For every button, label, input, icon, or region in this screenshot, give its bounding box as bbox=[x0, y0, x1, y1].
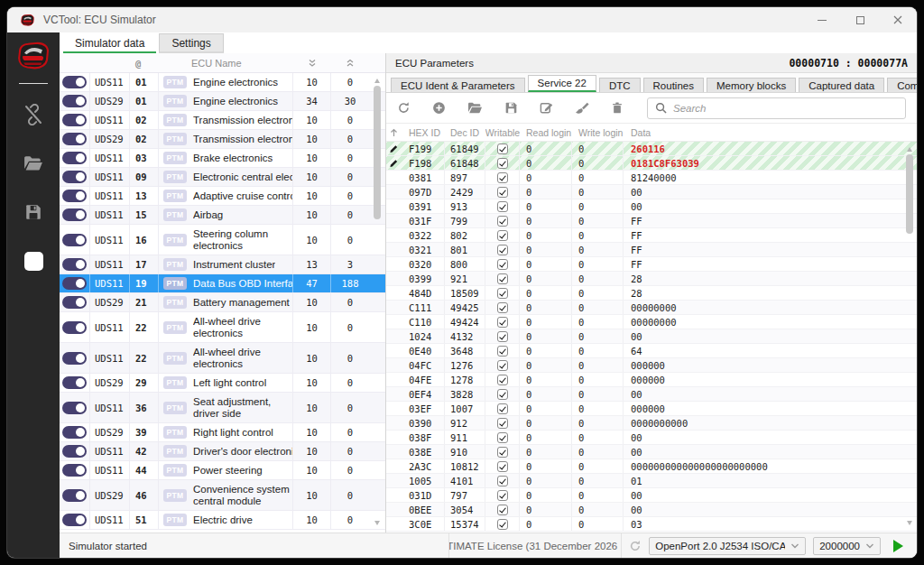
scrollbar-thumb[interactable] bbox=[374, 86, 381, 219]
param-row[interactable]: 102441320000 bbox=[386, 329, 917, 344]
search-input[interactable] bbox=[673, 103, 898, 114]
writable-checkbox[interactable] bbox=[497, 201, 508, 212]
add-parameter-button[interactable] bbox=[432, 101, 446, 115]
ecu-enable-toggle[interactable] bbox=[62, 258, 87, 271]
reload-license-icon[interactable] bbox=[629, 540, 642, 552]
ecu-row[interactable]: UDS1109PTMElectronic central electric100 bbox=[60, 168, 385, 187]
writable-checkbox[interactable] bbox=[497, 389, 508, 400]
ecu-row[interactable]: UDS2939PTMRight light control100 bbox=[60, 423, 385, 442]
writable-checkbox[interactable] bbox=[497, 187, 508, 198]
param-row[interactable]: 0BEE30540000 bbox=[386, 503, 917, 517]
ecu-row[interactable]: UDS2901PTMEngine electronics3430 bbox=[60, 92, 385, 111]
ecu-row[interactable]: UDS1119PTMData Bus OBD Interface47188 bbox=[60, 274, 385, 293]
ecu-row[interactable]: UDS2921PTMBattery management 2100 bbox=[60, 293, 385, 312]
ecu-name-column-header[interactable]: ECU Name bbox=[159, 53, 293, 72]
writable-checkbox[interactable] bbox=[497, 331, 508, 342]
ecu-row[interactable]: UDS2929PTMLeft light control100 bbox=[60, 374, 385, 393]
chevrons-up-icon[interactable] bbox=[331, 53, 369, 72]
delete-parameter-button[interactable] bbox=[611, 101, 624, 115]
writable-checkbox[interactable] bbox=[497, 403, 508, 414]
param-row[interactable]: 038F9110000 bbox=[386, 431, 917, 445]
param-row[interactable]: C111494250000000000 bbox=[386, 301, 917, 315]
data-column-header[interactable]: Data bbox=[624, 124, 904, 141]
param-row[interactable]: 03EF100700000000 bbox=[386, 402, 917, 416]
writable-checkbox[interactable] bbox=[497, 230, 508, 241]
minimize-button[interactable] bbox=[803, 7, 841, 32]
param-row[interactable]: 097D24290000 bbox=[386, 185, 917, 199]
ecu-row[interactable]: UDS1115PTMAirbag100 bbox=[60, 206, 385, 225]
writable-checkbox[interactable] bbox=[497, 273, 508, 284]
writable-checkbox[interactable] bbox=[497, 216, 508, 227]
params-scrollbar[interactable] bbox=[905, 147, 914, 525]
ecu-row[interactable]: UDS1117PTMInstrument cluster133 bbox=[60, 255, 385, 274]
ecu-enable-toggle[interactable] bbox=[62, 171, 87, 183]
maximize-button[interactable] bbox=[841, 7, 879, 32]
ecu-row[interactable]: UDS2946PTMConvenience system central mod… bbox=[60, 480, 385, 511]
tab-settings[interactable]: Settings bbox=[159, 33, 223, 53]
param-row[interactable]: 0390912000000000000 bbox=[386, 416, 917, 431]
tab-dtc[interactable]: DTC bbox=[599, 78, 641, 92]
ecu-row[interactable]: UDS1142PTMDriver's door electronics100 bbox=[60, 442, 385, 461]
param-row[interactable]: 2A3C1081200000000000000000000000000 bbox=[386, 459, 917, 474]
baudrate-select[interactable]: 2000000 bbox=[813, 537, 881, 555]
param-row[interactable]: 038E9100000 bbox=[386, 445, 917, 459]
ecu-enable-toggle[interactable] bbox=[62, 352, 87, 365]
clean-button[interactable] bbox=[575, 101, 589, 115]
ecu-enable-toggle[interactable] bbox=[62, 321, 87, 334]
open-parameters-button[interactable] bbox=[467, 101, 483, 115]
scroll-up-icon[interactable] bbox=[374, 79, 380, 83]
ecu-list-scrollbar[interactable] bbox=[373, 79, 382, 525]
ecu-row[interactable]: UDS2902PTMTransmission electronics100 bbox=[60, 130, 385, 149]
ecu-enable-toggle[interactable] bbox=[62, 208, 87, 221]
writable-checkbox[interactable] bbox=[497, 432, 508, 443]
writable-checkbox[interactable] bbox=[497, 375, 508, 385]
writable-checkbox[interactable] bbox=[497, 259, 508, 270]
ecu-row[interactable]: UDS1122PTMAll-wheel drive electronics100 bbox=[60, 312, 385, 343]
ecu-row[interactable]: UDS1144PTMPower steering100 bbox=[60, 461, 385, 480]
ecu-enable-toggle[interactable] bbox=[62, 76, 87, 88]
param-row[interactable]: 484D185090028 bbox=[386, 286, 917, 301]
ecu-row[interactable]: UDS1102PTMTransmission electronics100 bbox=[60, 111, 385, 130]
param-row[interactable]: 100541010001 bbox=[386, 474, 917, 488]
ecu-enable-toggle[interactable] bbox=[62, 114, 87, 126]
save-project-button[interactable] bbox=[19, 199, 48, 225]
ecu-enable-toggle[interactable] bbox=[62, 514, 87, 526]
dec-id-column-header[interactable]: Dec ID bbox=[445, 124, 485, 141]
stop-button[interactable] bbox=[19, 248, 48, 273]
param-row[interactable]: C110494240000000000 bbox=[386, 315, 917, 329]
writable-checkbox[interactable] bbox=[497, 346, 508, 357]
writable-checkbox[interactable] bbox=[497, 505, 508, 515]
ecu-row[interactable]: UDS1101PTMEngine electronics100 bbox=[60, 73, 385, 92]
hex-id-column-header[interactable]: HEX ID bbox=[401, 124, 445, 141]
ecu-row[interactable]: UDS1113PTMAdaptive cruise control100 bbox=[60, 187, 385, 206]
param-row[interactable]: 3C0E153740003 bbox=[386, 517, 917, 532]
ecu-enable-toggle[interactable] bbox=[62, 426, 87, 439]
edit-parameter-button[interactable] bbox=[540, 101, 553, 115]
writable-checkbox[interactable] bbox=[497, 317, 508, 328]
scrollbar-thumb[interactable] bbox=[906, 154, 913, 234]
ecu-enable-toggle[interactable] bbox=[62, 489, 87, 502]
refresh-button[interactable] bbox=[397, 101, 411, 115]
writable-checkbox[interactable] bbox=[497, 418, 508, 429]
param-row[interactable]: 031D7970000 bbox=[386, 488, 917, 503]
param-row[interactable]: 032280200FF bbox=[386, 228, 917, 243]
read-login-column-header[interactable]: Read login bbox=[520, 124, 572, 141]
writable-checkbox[interactable] bbox=[497, 490, 508, 501]
ecu-enable-toggle[interactable] bbox=[62, 133, 87, 145]
save-parameters-button[interactable] bbox=[504, 101, 518, 115]
close-button[interactable] bbox=[879, 7, 917, 32]
ecu-enable-toggle[interactable] bbox=[62, 190, 87, 202]
chevrons-down-icon[interactable] bbox=[293, 53, 331, 72]
device-select[interactable]: OpenPort 2.0 J2534 ISO/CAN/ bbox=[649, 537, 806, 555]
writable-checkbox[interactable] bbox=[497, 519, 508, 530]
param-row[interactable]: 04FC127600000000 bbox=[386, 358, 917, 373]
writable-checkbox[interactable] bbox=[497, 360, 508, 371]
writable-checkbox[interactable] bbox=[497, 144, 508, 154]
ecu-enable-toggle[interactable] bbox=[62, 152, 87, 164]
param-row[interactable]: 03919130000 bbox=[386, 199, 917, 214]
scroll-down-icon[interactable] bbox=[907, 521, 912, 525]
ecu-row[interactable]: UDS1116PTMSteering column electronics100 bbox=[60, 225, 385, 255]
ecu-enable-toggle[interactable] bbox=[62, 402, 87, 414]
sort-asc-icon[interactable] bbox=[386, 124, 401, 141]
writable-checkbox[interactable] bbox=[497, 476, 508, 486]
